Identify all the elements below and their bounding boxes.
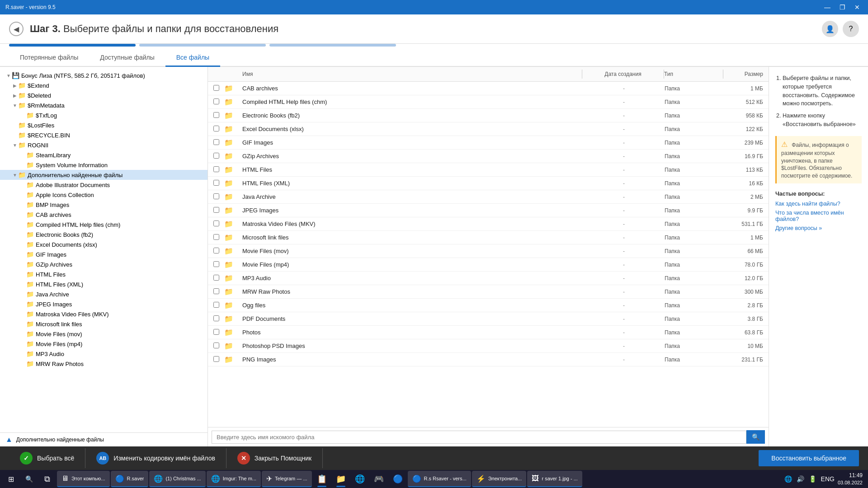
taskbar-app-6[interactable]: 📁 (332, 470, 350, 488)
row-checkbox-1[interactable] (213, 99, 219, 104)
row-check-1[interactable] (208, 99, 224, 106)
row-check-9[interactable] (208, 207, 224, 214)
tree-item-rognii[interactable]: ▼ 📁 ROGNII (0, 140, 208, 150)
row-check-6[interactable] (208, 166, 224, 174)
tree-item-jpeg[interactable]: 📁 JPEG Images (0, 299, 208, 309)
tab-lost-files[interactable]: Потерянные файлы (9, 49, 89, 67)
left-panel-scroll-up[interactable]: ▲ (5, 436, 13, 444)
taskbar-app-rsaver[interactable]: 🔵 R.saver (111, 471, 149, 487)
row-check-4[interactable] (208, 139, 224, 146)
row-checkbox-16[interactable] (213, 302, 219, 308)
taskbar-app-8[interactable]: 🎮 (370, 470, 388, 488)
tree-item-gzip[interactable]: 📁 GZip Archives (0, 259, 208, 269)
tree-item-sysvolinfo[interactable]: 📁 System Volume Information (0, 160, 208, 170)
tree-item-xlsx[interactable]: 📁 Excel Documents (xlsx) (0, 239, 208, 249)
row-check-18[interactable] (208, 329, 224, 336)
row-check-16[interactable] (208, 302, 224, 309)
tree-item-cab[interactable]: 📁 CAB archives (0, 210, 208, 220)
row-checkbox-5[interactable] (213, 153, 219, 159)
tab-available-files[interactable]: Доступные файлы (89, 49, 165, 67)
tree-item-txflog[interactable]: 📁 $TxfLog (0, 110, 208, 120)
row-check-7[interactable] (208, 180, 224, 187)
row-checkbox-8[interactable] (213, 193, 219, 199)
restore-button[interactable]: Восстановить выбранное (759, 450, 859, 466)
tree-item-adobe[interactable]: 📁 Adobe Illustrator Documents (0, 180, 208, 190)
taskbar-taskview[interactable]: ⧉ (38, 470, 56, 488)
row-checkbox-20[interactable] (213, 356, 219, 362)
tree-item-lostfiles[interactable]: 📁 $LostFiles (0, 120, 208, 130)
tree-expand-extend[interactable]: ▶ (12, 83, 18, 88)
close-assistant-button[interactable]: ✕ Закрыть Помощник (226, 448, 323, 468)
tree-item-mp4[interactable]: 📁 Movie Files (mp4) (0, 339, 208, 349)
header-name-col[interactable]: Имя (239, 71, 582, 77)
row-checkbox-19[interactable] (213, 343, 219, 348)
select-all-button[interactable]: ✓ Выбрать всё (9, 448, 85, 468)
row-checkbox-12[interactable] (213, 248, 219, 253)
row-checkbox-18[interactable] (213, 329, 219, 335)
row-check-14[interactable] (208, 275, 224, 282)
taskbar-app-rsaver2[interactable]: 🔵 R.s Rsaver - vers... (408, 471, 471, 487)
tree-root[interactable]: ▼ 💾 Бонус Лиза (NTFS, 585.2 Гб, 205171 ф… (0, 70, 208, 80)
row-check-12[interactable] (208, 248, 224, 255)
close-button[interactable]: ✕ (852, 3, 863, 12)
tree-item-html[interactable]: 📁 HTML Files (0, 269, 208, 279)
tray-battery-icon[interactable]: 🔋 (807, 475, 818, 483)
row-check-0[interactable] (208, 85, 224, 92)
row-checkbox-6[interactable] (213, 166, 219, 172)
row-checkbox-0[interactable] (213, 85, 219, 91)
row-checkbox-9[interactable] (213, 207, 219, 213)
tab-all-files[interactable]: Все файлы (165, 49, 220, 67)
tray-lang-label[interactable]: ENG (820, 475, 836, 483)
tree-item-rmmetadata[interactable]: ▼ 📁 $RmMetadata (0, 100, 208, 110)
row-checkbox-4[interactable] (213, 139, 219, 145)
help-icon-button[interactable]: ? (843, 21, 859, 37)
search-button[interactable]: 🔍 (746, 430, 765, 444)
row-checkbox-14[interactable] (213, 275, 219, 281)
minimize-button[interactable]: — (821, 3, 833, 12)
row-checkbox-2[interactable] (213, 112, 219, 118)
row-checkbox-13[interactable] (213, 261, 219, 267)
faq-link-3[interactable]: Другие вопросы » (775, 225, 862, 231)
row-checkbox-3[interactable] (213, 126, 219, 131)
row-check-19[interactable] (208, 343, 224, 350)
tree-item-links[interactable]: 📁 Microsoft link files (0, 319, 208, 329)
row-check-15[interactable] (208, 288, 224, 296)
taskbar-app-imgur[interactable]: 🌐 Imgur: The m... (207, 471, 261, 487)
row-check-13[interactable] (208, 261, 224, 268)
user-icon-button[interactable]: 👤 (822, 21, 838, 37)
tray-sound-icon[interactable]: 🔊 (795, 475, 806, 483)
taskbar-app-explorer[interactable]: 🖥 Этот компью... (57, 471, 110, 487)
tree-item-mkv[interactable]: 📁 Matroska Video Files (MKV) (0, 309, 208, 319)
row-check-5[interactable] (208, 153, 224, 160)
taskbar-app-9[interactable]: 🔵 (389, 470, 407, 488)
tree-item-mrw[interactable]: 📁 MRW Raw Photos (0, 359, 208, 369)
row-check-10[interactable] (208, 221, 224, 228)
taskbar-app-telegram[interactable]: ✈ Telegram — ... (262, 471, 312, 487)
taskbar-app-7[interactable]: 🌐 (351, 470, 369, 488)
row-checkbox-11[interactable] (213, 234, 219, 240)
header-size-col[interactable]: Размер (723, 71, 769, 77)
faq-link-2[interactable]: Что за числа вместо имён файлов? (775, 210, 862, 222)
tree-item-html-xml[interactable]: 📁 HTML Files (XML) (0, 279, 208, 289)
row-check-3[interactable] (208, 126, 224, 133)
tree-expand-rognii[interactable]: ▼ (12, 143, 18, 148)
tree-item-gif[interactable]: 📁 GIF Images (0, 249, 208, 259)
row-check-8[interactable] (208, 193, 224, 201)
faq-link-1[interactable]: Как здесь найти файлы? (775, 201, 862, 207)
change-encoding-button[interactable]: AB Изменить кодировку имён файлов (85, 448, 226, 468)
tree-item-chm[interactable]: 📁 Compiled HTML Help files (chm) (0, 220, 208, 230)
tree-expand-rmmetadata[interactable]: ▼ (12, 103, 18, 108)
header-type-col[interactable]: Тип (664, 71, 723, 77)
tree-item-bmp[interactable]: 📁 BMP Images (0, 200, 208, 210)
taskbar-app-christmas[interactable]: 🌐 (1) Christmas ... (149, 471, 205, 487)
tray-network-icon[interactable]: 🌐 (783, 475, 793, 483)
tree-item-recycle[interactable]: 📁 $RECYCLE.BIN (0, 130, 208, 140)
tree-expand-deleted[interactable]: ▶ (12, 93, 18, 98)
tree-item-deleted[interactable]: ▶ 📁 $Deleted (0, 90, 208, 100)
row-checkbox-15[interactable] (213, 288, 219, 294)
taskbar-search-button[interactable]: 🔍 (21, 471, 37, 487)
search-input[interactable] (212, 431, 746, 444)
tree-item-extend[interactable]: ▶ 📁 $Extend (0, 80, 208, 90)
row-check-17[interactable] (208, 315, 224, 323)
tree-item-mov[interactable]: 📁 Movie Files (mov) (0, 329, 208, 339)
